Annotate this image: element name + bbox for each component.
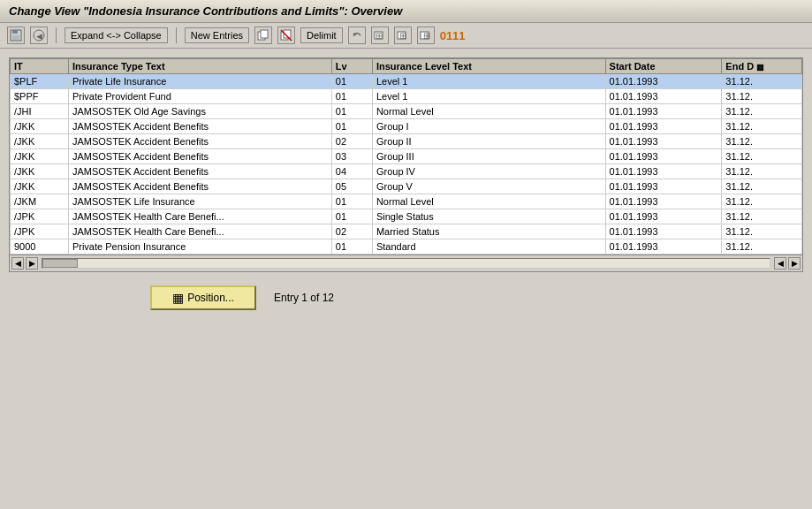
cell-lv: 02 (331, 134, 372, 149)
table-row[interactable]: /JKKJAMSOSTEK Accident Benefits03Group I… (11, 149, 802, 164)
cell-lv: 02 (331, 224, 372, 239)
cell-level: Group I (372, 119, 605, 134)
cell-end: 31.12. (722, 239, 802, 254)
svg-text:⊞: ⊞ (423, 31, 430, 41)
cell-lv: 01 (331, 239, 372, 254)
main-content: IT Insurance Type Text Lv Insurance Leve… (0, 49, 812, 332)
cell-type: Private Pension Insurance (68, 239, 331, 254)
prev-icon[interactable]: ⊞ (394, 27, 412, 44)
cell-it: /JKK (11, 119, 69, 134)
save-icon[interactable] (7, 27, 25, 44)
cell-lv: 01 (331, 209, 372, 224)
scroll-end-left[interactable]: ◀ (774, 257, 786, 270)
cell-start: 01.01.1993 (605, 164, 722, 179)
cell-start: 01.01.1993 (605, 209, 722, 224)
transaction-code: 0111 (440, 29, 466, 42)
position-button[interactable]: ▦ Position... (150, 285, 256, 310)
cell-level: Married Status (372, 224, 605, 239)
cell-end: 31.12. (722, 134, 802, 149)
cell-level: Level 1 (372, 74, 605, 89)
cell-it: /JKK (11, 164, 69, 179)
position-icon: ▦ (172, 291, 184, 305)
svg-text:◀: ◀ (36, 32, 42, 41)
horiz-scroll-track[interactable] (42, 258, 770, 269)
header-lv: Lv (331, 59, 372, 74)
table-row[interactable]: /JKMJAMSOSTEK Life Insurance01Normal Lev… (11, 194, 802, 209)
table-row[interactable]: 9000Private Pension Insurance01Standard0… (11, 239, 802, 254)
scroll-end-right[interactable]: ▶ (788, 257, 801, 270)
cell-it: /JKM (11, 194, 69, 209)
back-icon[interactable]: ◀ (30, 27, 48, 44)
horiz-scroll-thumb[interactable] (42, 259, 78, 268)
cell-end: 31.12. (722, 209, 802, 224)
table-scroll-area[interactable]: IT Insurance Type Text Lv Insurance Leve… (10, 58, 802, 254)
cell-start: 01.01.1993 (605, 194, 722, 209)
cell-type: JAMSOSTEK Accident Benefits (68, 134, 331, 149)
cell-end: 31.12. (722, 179, 802, 194)
data-table: IT Insurance Type Text Lv Insurance Leve… (10, 58, 802, 254)
cell-lv: 04 (331, 164, 372, 179)
cell-lv: 05 (331, 179, 372, 194)
cell-end: 31.12. (722, 89, 802, 104)
svg-rect-1 (12, 30, 18, 34)
toolbar: ◀ Expand <-> Collapse New Entries Delimi… (0, 23, 812, 49)
table-row[interactable]: /JHIJAMSOSTEK Old Age Savings01Normal Le… (11, 104, 802, 119)
new-entries-button[interactable]: New Entries (185, 27, 249, 43)
cell-level: Single Status (372, 209, 605, 224)
cell-type: JAMSOSTEK Accident Benefits (68, 149, 331, 164)
header-it: IT (11, 59, 69, 74)
cell-end: 31.12. (722, 164, 802, 179)
cell-level: Level 1 (372, 89, 605, 104)
cell-type: JAMSOSTEK Accident Benefits (68, 164, 331, 179)
scroll-right-btn[interactable]: ▶ (26, 257, 38, 270)
cell-it: /JKK (11, 179, 69, 194)
undo-icon[interactable] (348, 27, 366, 44)
cell-end: 31.12. (722, 74, 802, 89)
table-row[interactable]: $PLFPrivate Life Insurance01Level 101.01… (11, 74, 802, 89)
cell-start: 01.01.1993 (605, 179, 722, 194)
cell-start: 01.01.1993 (605, 224, 722, 239)
table-row[interactable]: /JPKJAMSOSTEK Health Care Benefi...02Mar… (11, 224, 802, 239)
cell-it: 9000 (11, 239, 69, 254)
delimit-button[interactable]: Delimit (300, 27, 343, 43)
cell-start: 01.01.1993 (605, 134, 722, 149)
bottom-area: ▦ Position... Entry 1 of 12 (9, 272, 803, 323)
cell-it: $PPF (11, 89, 69, 104)
first-icon[interactable]: ⊞ (371, 27, 389, 44)
table-body: $PLFPrivate Life Insurance01Level 101.01… (11, 74, 802, 254)
cell-start: 01.01.1993 (605, 104, 722, 119)
cell-lv: 01 (331, 119, 372, 134)
svg-rect-2 (12, 35, 19, 40)
cell-type: Private Provident Fund (68, 89, 331, 104)
cell-lv: 01 (331, 104, 372, 119)
table-row[interactable]: /JKKJAMSOSTEK Accident Benefits01Group I… (11, 119, 802, 134)
table-row[interactable]: $PPFPrivate Provident Fund01Level 101.01… (11, 89, 802, 104)
next-icon[interactable]: ⊞ (417, 27, 435, 44)
page-title: Change View "Indonesia Insurance Contrib… (9, 4, 402, 18)
cell-level: Group II (372, 134, 605, 149)
table-row[interactable]: /JKKJAMSOSTEK Accident Benefits04Group I… (11, 164, 802, 179)
cell-level: Group IV (372, 164, 605, 179)
svg-rect-6 (261, 30, 268, 38)
cell-type: JAMSOSTEK Life Insurance (68, 194, 331, 209)
scroll-left-btn[interactable]: ◀ (11, 257, 24, 270)
cell-type: JAMSOSTEK Accident Benefits (68, 179, 331, 194)
cell-type: JAMSOSTEK Health Care Benefi... (68, 209, 331, 224)
table-row[interactable]: /JPKJAMSOSTEK Health Care Benefi...01Sin… (11, 209, 802, 224)
entry-info: Entry 1 of 12 (274, 292, 334, 304)
table-row[interactable]: /JKKJAMSOSTEK Accident Benefits02Group I… (11, 134, 802, 149)
cell-level: Group III (372, 149, 605, 164)
cell-level: Normal Level (372, 104, 605, 119)
header-start: Start Date (605, 59, 722, 74)
cell-lv: 01 (331, 194, 372, 209)
cell-start: 01.01.1993 (605, 89, 722, 104)
cell-it: /JHI (11, 104, 69, 119)
sort-icon[interactable]: ▦ (756, 63, 764, 72)
cell-lv: 01 (331, 74, 372, 89)
cell-end: 31.12. (722, 104, 802, 119)
horiz-scroll-area[interactable]: ◀ ▶ ◀ ▶ (9, 255, 803, 272)
expand-collapse-button[interactable]: Expand <-> Collapse (65, 27, 168, 43)
copy-icon[interactable] (254, 27, 272, 44)
delete-icon[interactable] (277, 27, 295, 44)
table-row[interactable]: /JKKJAMSOSTEK Accident Benefits05Group V… (11, 179, 802, 194)
